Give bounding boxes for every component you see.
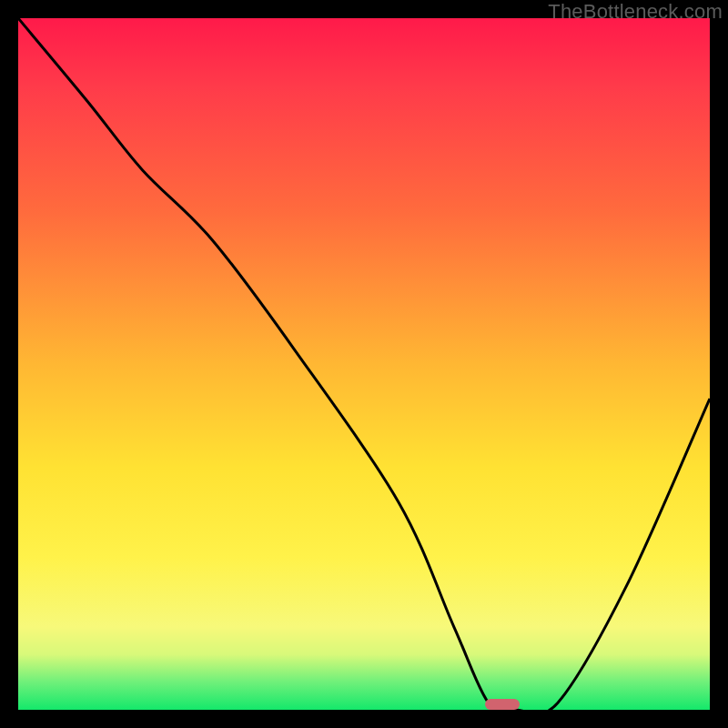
chart-plot-area: [18, 18, 710, 710]
bottleneck-curve-path: [18, 18, 710, 710]
bottleneck-curve-svg: [18, 18, 710, 710]
optimal-marker: [485, 699, 520, 710]
